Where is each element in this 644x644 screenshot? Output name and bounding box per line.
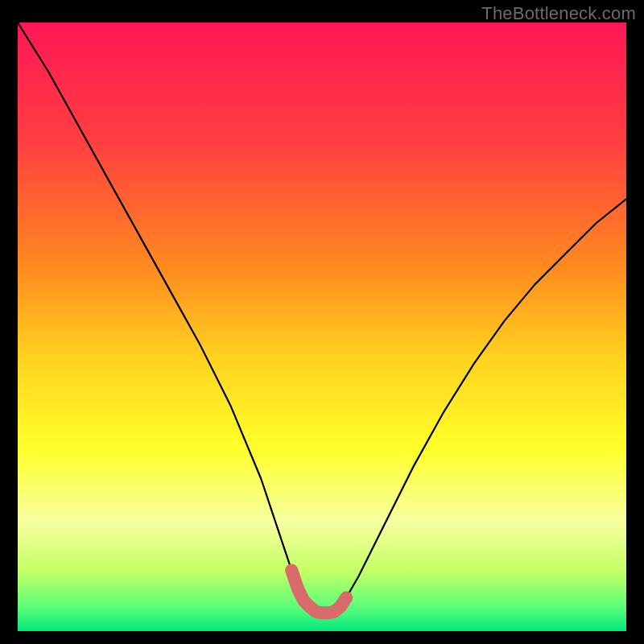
chart-svg xyxy=(18,23,626,631)
chart-plot-area xyxy=(18,23,626,631)
watermark-text: TheBottleneck.com xyxy=(481,3,636,24)
chart-frame: TheBottleneck.com xyxy=(0,0,644,644)
gradient-background xyxy=(18,23,626,631)
